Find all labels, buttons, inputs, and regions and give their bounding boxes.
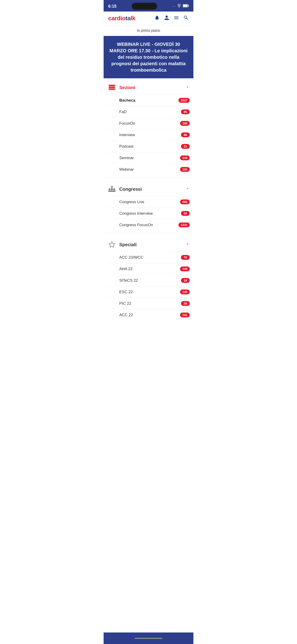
list-item[interactable]: Bacheca 2527 xyxy=(107,94,190,106)
item-badge-acc23: 76 xyxy=(181,255,190,260)
speciali-title: Speciali xyxy=(119,242,186,247)
item-badge-podcast: 21 xyxy=(181,144,190,149)
svg-rect-10 xyxy=(108,190,116,192)
speciali-chevron xyxy=(186,242,190,247)
sezioni-title: Sezioni xyxy=(119,85,186,90)
svg-marker-11 xyxy=(109,242,115,247)
scroll-content: In primo piano WEBINAR LIVE - GIOVEDÌ 30… xyxy=(104,25,194,337)
item-label-aha22: AHA 22 xyxy=(119,267,132,271)
item-label-congress-focuson: Congress FocusOn xyxy=(119,223,153,227)
congress-icon xyxy=(107,184,116,194)
list-item[interactable]: Webinar 101 xyxy=(107,164,190,175)
list-item[interactable]: SITeCS 22 18 xyxy=(107,274,190,286)
list-item[interactable]: Congress Live 692 xyxy=(107,196,190,208)
list-item[interactable]: Congress Interview 54 xyxy=(107,208,190,219)
item-badge-seminar: 148 xyxy=(180,156,190,160)
item-label-webinar: Webinar xyxy=(119,167,134,172)
item-label-bacheca: Bacheca xyxy=(119,98,136,103)
svg-rect-9 xyxy=(113,188,115,190)
hero-banner[interactable]: WEBINAR LIVE - GIOVEDÌ 30 MARZO ORE 17.3… xyxy=(104,36,194,78)
signal-icon: ···· xyxy=(172,4,176,8)
congressi-group: Congressi Congress Live 692 Congress Int… xyxy=(104,180,194,230)
divider-2 xyxy=(104,233,194,233)
svg-rect-2 xyxy=(183,5,188,7)
logo-red: cardio xyxy=(108,15,126,22)
item-badge-bacheca: 2527 xyxy=(178,98,190,103)
app-header: cardiotalk xyxy=(104,12,194,25)
svg-rect-3 xyxy=(109,88,115,90)
item-badge-focuson: 106 xyxy=(180,121,190,126)
item-badge-esc22: 145 xyxy=(180,290,190,294)
sezioni-chevron xyxy=(186,85,190,90)
item-badge-sitecs22: 18 xyxy=(181,278,190,283)
hero-label: In primo piano xyxy=(104,25,194,36)
sezioni-header[interactable]: Sezioni xyxy=(107,78,190,94)
svg-rect-8 xyxy=(109,188,110,190)
item-label-focuson: FocusOn xyxy=(119,121,135,126)
svg-rect-1 xyxy=(188,5,189,6)
item-label-seminar: Seminar xyxy=(119,156,134,160)
list-item[interactable]: ESC 22 145 xyxy=(107,286,190,298)
item-badge-congress-focuson: 1231 xyxy=(178,222,190,227)
logo-blue: ta xyxy=(126,15,130,22)
battery-icon xyxy=(183,4,189,8)
svg-rect-5 xyxy=(109,85,115,86)
item-badge-fad: 85 xyxy=(181,110,190,114)
item-label-pic22: PIC 22 xyxy=(119,301,131,306)
item-badge-aha22: 145 xyxy=(180,266,190,271)
item-label-congress-interview: Congress Interview xyxy=(119,211,153,216)
item-label-acc23: ACC 23/WCC xyxy=(119,255,144,260)
svg-point-6 xyxy=(111,186,113,188)
item-label-congress-live: Congress Live xyxy=(119,200,144,204)
sezioni-group: Sezioni Bacheca 2527 FaD 85 FocusOn 106 … xyxy=(104,78,194,175)
item-label-podcast: Podcast xyxy=(119,144,133,149)
list-item[interactable]: ACC 23/WCC 76 xyxy=(107,252,190,263)
nav-icons xyxy=(154,15,189,22)
status-pill xyxy=(132,3,157,10)
speciali-group: Speciali ACC 23/WCC 76 AHA 22 145 SITeCS… xyxy=(104,236,194,320)
status-icons: ···· xyxy=(172,4,189,8)
item-label-sitecs22: SITeCS 22 xyxy=(119,278,138,283)
list-item[interactable]: PIC 22 28 xyxy=(107,298,190,309)
item-badge-interview: 86 xyxy=(181,132,190,137)
list-item[interactable]: AHA 22 145 xyxy=(107,263,190,274)
list-item[interactable]: Podcast 21 xyxy=(107,140,190,152)
search-icon[interactable] xyxy=(183,15,189,22)
congressi-header[interactable]: Congressi xyxy=(107,180,190,196)
item-label-interview: Interview xyxy=(119,133,135,137)
menu-icon[interactable] xyxy=(174,15,179,22)
list-item[interactable]: ACC 22 101 xyxy=(107,309,190,320)
star-icon xyxy=(107,240,116,249)
status-bar: 6:15 ···· xyxy=(104,0,194,12)
item-label-fad: FaD xyxy=(119,110,127,114)
logo-lk: lk xyxy=(130,15,136,22)
item-label-esc22: ESC 22 xyxy=(119,290,133,294)
item-label-acc22: ACC 22 xyxy=(119,313,133,318)
list-item[interactable]: Interview 86 xyxy=(107,129,190,140)
list-item[interactable]: FocusOn 106 xyxy=(107,118,190,129)
list-item[interactable]: FaD 85 xyxy=(107,106,190,118)
congressi-chevron xyxy=(186,186,190,192)
list-item[interactable]: Congress FocusOn 1231 xyxy=(107,219,190,230)
svg-rect-4 xyxy=(109,86,115,88)
congressi-title: Congressi xyxy=(119,186,186,192)
speciali-header[interactable]: Speciali xyxy=(107,236,190,252)
item-badge-congress-live: 692 xyxy=(180,200,190,204)
svg-rect-7 xyxy=(111,188,113,190)
divider-1 xyxy=(104,177,194,178)
hero-banner-text: WEBINAR LIVE - GIOVEDÌ 30 MARZO ORE 17.3… xyxy=(108,41,189,73)
user-icon[interactable] xyxy=(164,15,170,22)
list-item[interactable]: Seminar 148 xyxy=(107,152,190,164)
status-time: 6:15 xyxy=(108,4,116,9)
item-badge-pic22: 28 xyxy=(181,301,190,306)
bell-icon[interactable] xyxy=(154,15,160,22)
item-badge-congress-interview: 54 xyxy=(181,211,190,216)
wifi-icon xyxy=(177,4,182,8)
item-badge-webinar: 101 xyxy=(180,167,190,172)
logo: cardiotalk xyxy=(108,15,136,22)
item-badge-acc22: 101 xyxy=(180,312,190,318)
layers-icon xyxy=(107,83,116,92)
